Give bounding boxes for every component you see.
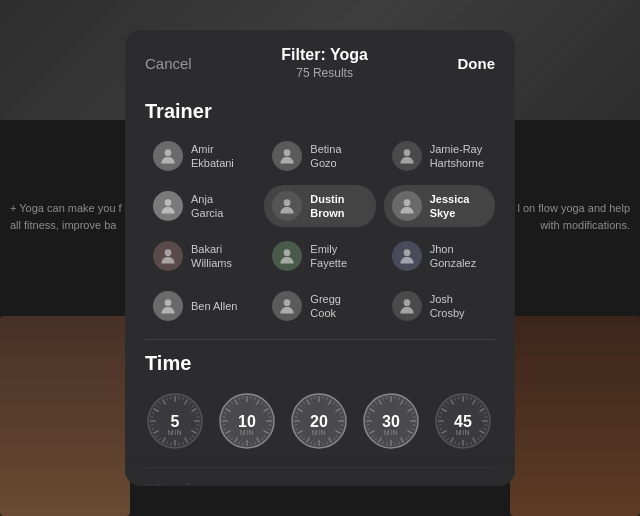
trainer-name-7: Bakari Williams [191,242,248,271]
svg-line-117 [294,425,297,426]
time-dial-5[interactable]: 5MIN [145,391,205,451]
time-dial-30[interactable]: 30MIN [361,391,421,451]
svg-line-188 [459,443,460,446]
cancel-button[interactable]: Cancel [145,55,192,72]
svg-line-48 [171,396,172,399]
svg-text:20: 20 [310,413,328,430]
svg-text:MIN: MIN [384,429,398,436]
trainer-item-11[interactable]: Gregg Cook [264,285,375,327]
svg-line-53 [251,396,252,399]
trainer-item-3[interactable]: Jamie-Ray Hartshorne [384,135,495,177]
trainer-avatar-9 [392,241,422,271]
trainer-avatar-1 [153,141,183,171]
dial-svg-10: 10MIN [217,391,277,451]
modal-header: Cancel Filter: Yoga 75 Results Done [125,30,515,88]
trainer-item-9[interactable]: Jhon Gonzalez [384,235,495,277]
modal-subtitle: 75 Results [281,66,368,80]
svg-line-71 [243,443,244,446]
svg-line-204 [459,396,460,399]
trainer-name-8: Emily Fayette [310,242,367,271]
trainer-name-3: Jamie-Ray Hartshorne [430,142,487,171]
time-dial-20[interactable]: 20MIN [289,391,349,451]
svg-point-1 [284,149,291,156]
bg-bottom-left [0,316,130,516]
svg-point-6 [165,249,172,256]
svg-line-126 [315,396,316,399]
svg-text:30: 30 [382,413,400,430]
svg-line-165 [387,396,388,399]
header-center: Filter: Yoga 75 Results [281,46,368,80]
svg-line-80 [222,417,225,418]
trainer-grid: Amir EkbataniBetina GozoJamie-Ray Hartsh… [145,135,495,327]
svg-line-23 [197,425,200,426]
trainer-item-12[interactable]: Josh Crosby [384,285,495,327]
trainer-section-title: Trainer [145,100,495,123]
trainer-avatar-10 [153,291,183,321]
svg-point-10 [284,299,291,306]
dial-svg-5: 5MIN [145,391,205,451]
trainer-name-5: Dustin Brown [310,192,367,221]
time-dial-45[interactable]: 45MIN [433,391,493,451]
svg-line-179 [485,425,488,426]
trainer-item-10[interactable]: Ben Allen [145,285,256,327]
svg-line-62 [269,425,272,426]
trainer-name-2: Betina Gozo [310,142,367,171]
trainer-name-6: Jessica Skye [430,192,487,221]
svg-line-149 [387,443,388,446]
trainer-name-12: Josh Crosby [430,292,487,321]
svg-line-99 [341,417,344,418]
trainer-avatar-6 [392,191,422,221]
time-dial-10[interactable]: 10MIN [217,391,277,451]
trainer-section: Trainer Amir EkbataniBetina GozoJamie-Ra… [125,88,515,339]
trainer-avatar-2 [272,141,302,171]
bg-text-right: l on flow yoga and help with modificatio… [510,200,630,233]
trainer-item-5[interactable]: Dustin Brown [264,185,375,227]
svg-text:10: 10 [238,413,256,430]
svg-line-30 [179,443,180,446]
trainer-name-10: Ben Allen [191,299,237,313]
bottom-fade [125,456,515,486]
trainer-item-6[interactable]: Jessica Skye [384,185,495,227]
svg-line-119 [294,417,297,418]
modal-title: Filter: Yoga [281,46,368,64]
filter-modal: Cancel Filter: Yoga 75 Results Done Trai… [125,30,515,486]
svg-point-2 [403,149,410,156]
done-button[interactable]: Done [457,55,495,72]
time-section: Time 5MIN10MIN20MIN30MIN45MIN [125,340,515,467]
trainer-item-7[interactable]: Bakari Williams [145,235,256,277]
bg-text-left: + Yoga can make you f all fitness, impro… [10,200,130,233]
svg-point-8 [403,249,410,256]
trainer-item-1[interactable]: Amir Ekbatani [145,135,256,177]
svg-line-21 [197,417,200,418]
dial-svg-30: 30MIN [361,391,421,451]
svg-line-69 [251,443,252,446]
svg-line-14 [179,396,180,399]
svg-point-5 [403,199,410,206]
svg-line-195 [438,425,441,426]
svg-text:MIN: MIN [312,429,326,436]
trainer-name-1: Amir Ekbatani [191,142,248,171]
svg-text:5: 5 [171,413,180,430]
svg-line-101 [341,425,344,426]
svg-line-177 [485,417,488,418]
trainer-avatar-4 [153,191,183,221]
trainer-name-11: Gregg Cook [310,292,367,321]
svg-point-11 [403,299,410,306]
trainer-item-8[interactable]: Emily Fayette [264,235,375,277]
svg-line-92 [323,396,324,399]
svg-line-41 [150,417,153,418]
trainer-item-4[interactable]: Anja Garcia [145,185,256,227]
svg-line-197 [438,417,441,418]
svg-line-170 [467,396,468,399]
time-section-title: Time [145,352,495,375]
svg-line-78 [222,425,225,426]
svg-line-60 [269,417,272,418]
svg-line-138 [413,417,416,418]
svg-point-4 [284,199,291,206]
trainer-avatar-7 [153,241,183,271]
svg-line-131 [395,396,396,399]
trainer-item-2[interactable]: Betina Gozo [264,135,375,177]
svg-point-0 [165,149,172,156]
svg-line-110 [315,443,316,446]
dial-svg-45: 45MIN [433,391,493,451]
